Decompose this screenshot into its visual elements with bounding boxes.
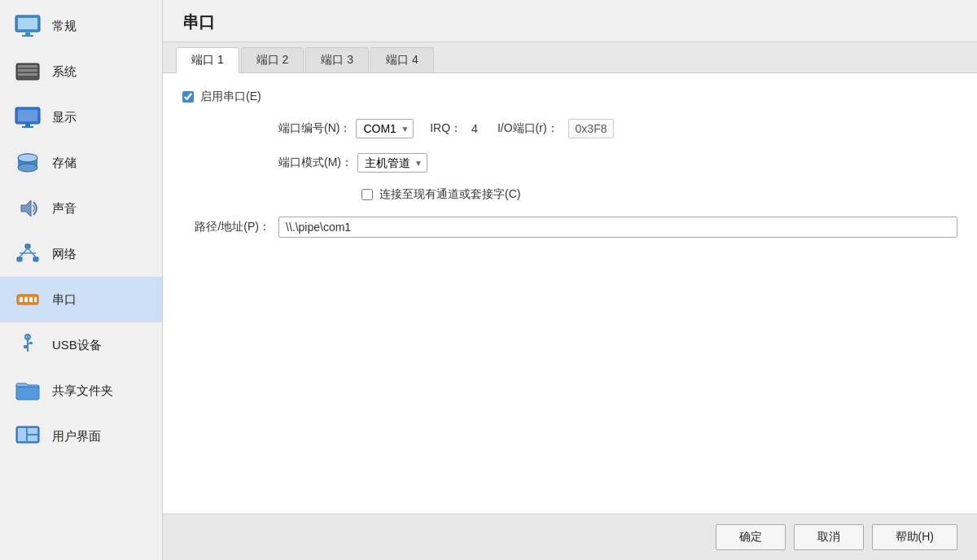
connect-checkbox[interactable] [361,189,373,200]
svg-marker-16 [21,200,31,217]
path-row: 路径/地址(P)： \\.\pipe\com1 [182,217,957,238]
sidebar-item-network[interactable]: 网络 [0,231,162,277]
enable-checkbox[interactable] [182,91,194,103]
monitor-icon [13,11,42,41]
port-number-label: 端口编号(N)： [278,121,351,136]
content-header: 串口 [163,0,977,42]
svg-rect-19 [33,257,38,261]
ui-icon [13,422,42,451]
io-value: 0x3F8 [568,119,615,138]
sidebar-item-storage-label: 存储 [52,155,77,171]
tab-port-3[interactable]: 端口 3 [305,47,369,72]
serial-icon [13,285,42,314]
page-title: 串口 [182,13,215,31]
svg-rect-5 [18,65,37,68]
svg-rect-7 [18,73,37,76]
port-number-select[interactable]: COM1 COM2 COM3 COM4 [356,119,414,138]
port-number-select-wrapper: COM1 COM2 COM3 COM4 [356,119,414,138]
storage-icon [13,148,42,177]
enable-row: 启用串口(E) [182,90,957,104]
svg-rect-6 [18,69,37,72]
cancel-button[interactable]: 取消 [794,524,864,550]
svg-rect-3 [22,35,33,37]
path-input[interactable]: \\.\pipe\com1 [278,217,957,238]
svg-point-15 [18,154,37,162]
sidebar-item-display[interactable]: 显示 [0,94,162,140]
sidebar-item-general[interactable]: 常规 [0,3,162,49]
sidebar-item-sound-label: 声音 [52,201,77,217]
path-label: 路径/地址(P)： [182,220,278,234]
sidebar-item-serial-label: 串口 [52,292,77,308]
connect-label[interactable]: 连接至现有通道或套接字(C) [379,187,520,202]
connect-row: 连接至现有通道或套接字(C) [361,187,957,202]
sidebar-item-ui-label: 用户界面 [52,429,101,444]
ok-button[interactable]: 确定 [716,524,786,550]
port-mode-label: 端口模式(M)： [278,155,353,170]
svg-rect-27 [34,297,37,302]
svg-rect-24 [20,297,23,302]
help-button[interactable]: 帮助(H) [872,524,957,550]
tabs-bar: 端口 1 端口 2 端口 3 端口 4 [163,42,977,73]
svg-rect-36 [28,428,37,434]
sidebar: 常规 系统 显示 [0,0,163,560]
svg-rect-11 [22,126,33,128]
bottom-bar: 确定 取消 帮助(H) [163,514,977,560]
sidebar-item-serial[interactable]: 串口 [0,277,162,322]
port-mode-select-wrapper: 主机管道 主机串口 断开 [357,153,427,173]
sidebar-item-usb[interactable]: USB设备 [0,322,162,368]
tab-port-4[interactable]: 端口 4 [370,47,434,72]
system-icon [13,57,42,86]
sidebar-item-usb-label: USB设备 [52,338,102,353]
svg-rect-25 [24,297,28,302]
port-number-row: 端口编号(N)： COM1 COM2 COM3 COM4 IRQ： 4 I/O端… [278,119,957,138]
tab-port-2[interactable]: 端口 2 [241,47,304,72]
sidebar-item-display-label: 显示 [52,110,77,125]
svg-point-14 [18,164,37,172]
irq-label: IRQ： [430,121,462,136]
content-body: 端口 1 端口 2 端口 3 端口 4 启用串口(E) 端口编号(N)： C [163,42,977,514]
network-icon [13,239,42,269]
usb-icon [13,330,42,360]
sidebar-item-system-label: 系统 [52,64,77,80]
tab-port-1[interactable]: 端口 1 [176,47,239,73]
svg-rect-18 [17,257,22,261]
sidebar-item-ui[interactable]: 用户界面 [0,413,162,459]
svg-rect-1 [18,18,37,29]
io-label: I/O端口(r)： [497,121,559,136]
port-mode-row: 端口模式(M)： 主机管道 主机串口 断开 [278,153,957,173]
display-icon [13,103,42,132]
irq-value: 4 [471,122,478,135]
svg-rect-35 [18,428,26,441]
folder-icon [13,376,42,405]
svg-rect-17 [25,244,30,248]
sidebar-item-sound[interactable]: 声音 [0,186,162,231]
port-mode-select[interactable]: 主机管道 主机串口 断开 [357,153,427,173]
enable-label[interactable]: 启用串口(E) [200,90,261,104]
sidebar-item-shared[interactable]: 共享文件夹 [0,368,162,413]
sound-icon [13,194,42,223]
sidebar-item-network-label: 网络 [52,247,77,262]
sidebar-item-system[interactable]: 系统 [0,49,162,94]
sidebar-item-storage[interactable]: 存储 [0,140,162,186]
content-area: 串口 端口 1 端口 2 端口 3 端口 4 启用串口(E) 端口编号(N)： [163,0,977,560]
sidebar-item-shared-label: 共享文件夹 [52,383,113,399]
form-area: 启用串口(E) 端口编号(N)： COM1 COM2 COM3 COM4 [163,73,977,514]
sidebar-item-general-label: 常规 [52,19,77,34]
svg-rect-26 [29,297,33,302]
svg-rect-9 [18,110,37,121]
svg-rect-37 [28,435,37,441]
